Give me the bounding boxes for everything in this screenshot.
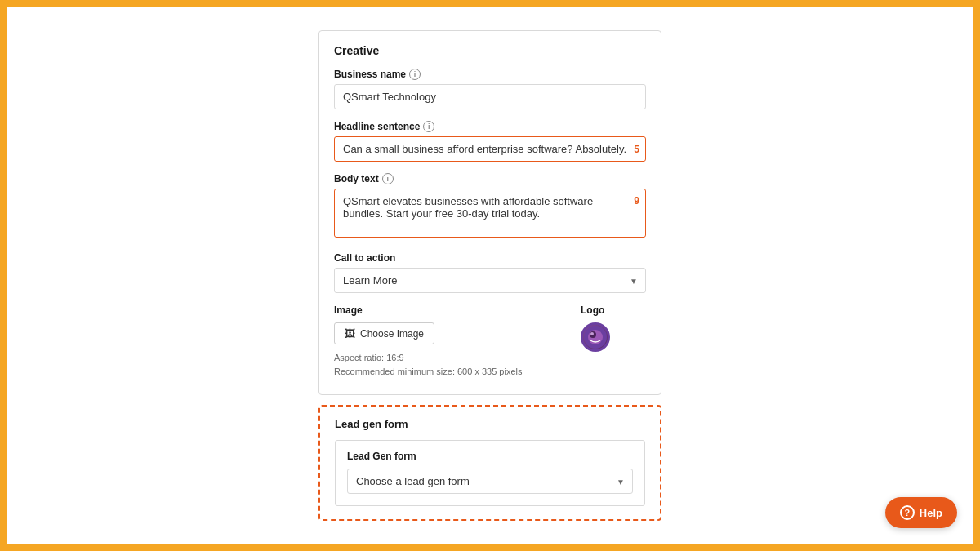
logo-svg bbox=[584, 326, 607, 349]
headline-group: Headline sentence i 5 bbox=[334, 121, 646, 162]
choose-image-button[interactable]: 🖼 Choose Image bbox=[334, 322, 434, 344]
headline-wrapper: 5 bbox=[334, 136, 646, 162]
svg-point-3 bbox=[590, 332, 594, 335]
card-title: Creative bbox=[334, 44, 646, 57]
creative-card: Creative Business name i Headline senten… bbox=[318, 30, 662, 395]
lead-gen-inner: Lead Gen form Choose a lead gen form ▼ bbox=[335, 440, 645, 506]
image-section: Image 🖼 Choose Image Aspect ratio: 16:9 … bbox=[334, 304, 548, 378]
help-button[interactable]: ? Help bbox=[885, 497, 957, 528]
lead-gen-select-wrapper: Choose a lead gen form ▼ bbox=[347, 469, 633, 494]
logo-inner bbox=[583, 325, 608, 349]
lead-gen-inner-label: Lead Gen form bbox=[347, 451, 633, 462]
cta-select[interactable]: Learn More Sign Up Get Quote Apply Now D… bbox=[334, 268, 646, 293]
center-column: Creative Business name i Headline senten… bbox=[318, 30, 662, 521]
body-text-info-icon[interactable]: i bbox=[382, 173, 394, 184]
body-text-input[interactable]: QSmart elevates businesses with affordab… bbox=[334, 189, 646, 238]
cta-label: Call to action bbox=[334, 252, 646, 264]
help-question-icon: ? bbox=[900, 505, 915, 520]
logo-section: Logo bbox=[581, 304, 646, 352]
business-name-group: Business name i bbox=[334, 69, 646, 109]
lead-gen-title: Lead gen form bbox=[335, 418, 645, 430]
headline-input[interactable] bbox=[334, 136, 646, 162]
business-name-label: Business name i bbox=[334, 69, 646, 80]
headline-char-count: 5 bbox=[634, 144, 639, 155]
body-text-label: Body text i bbox=[334, 173, 646, 184]
body-text-group: Body text i QSmart elevates businesses w… bbox=[334, 173, 646, 241]
image-icon: 🖼 bbox=[345, 327, 355, 340]
image-logo-row: Image 🖼 Choose Image Aspect ratio: 16:9 … bbox=[334, 304, 646, 378]
lead-gen-card: Lead gen form Lead Gen form Choose a lea… bbox=[318, 405, 662, 521]
cta-select-wrapper: Learn More Sign Up Get Quote Apply Now D… bbox=[334, 268, 646, 293]
headline-label: Headline sentence i bbox=[334, 121, 646, 132]
logo-avatar bbox=[581, 322, 610, 352]
lead-gen-select[interactable]: Choose a lead gen form bbox=[347, 469, 633, 494]
body-wrapper: QSmart elevates businesses with affordab… bbox=[334, 189, 646, 241]
logo-label: Logo bbox=[581, 304, 646, 316]
cta-group: Call to action Learn More Sign Up Get Qu… bbox=[334, 252, 646, 293]
image-label: Image bbox=[334, 304, 548, 316]
image-hint: Aspect ratio: 16:9 Recommended minimum s… bbox=[334, 351, 548, 378]
help-button-label: Help bbox=[920, 507, 942, 519]
body-char-count: 9 bbox=[634, 195, 639, 207]
business-name-input[interactable] bbox=[334, 84, 646, 109]
business-name-info-icon[interactable]: i bbox=[409, 69, 421, 80]
headline-info-icon[interactable]: i bbox=[423, 121, 434, 132]
page-wrapper: Creative Business name i Headline senten… bbox=[3, 3, 977, 548]
